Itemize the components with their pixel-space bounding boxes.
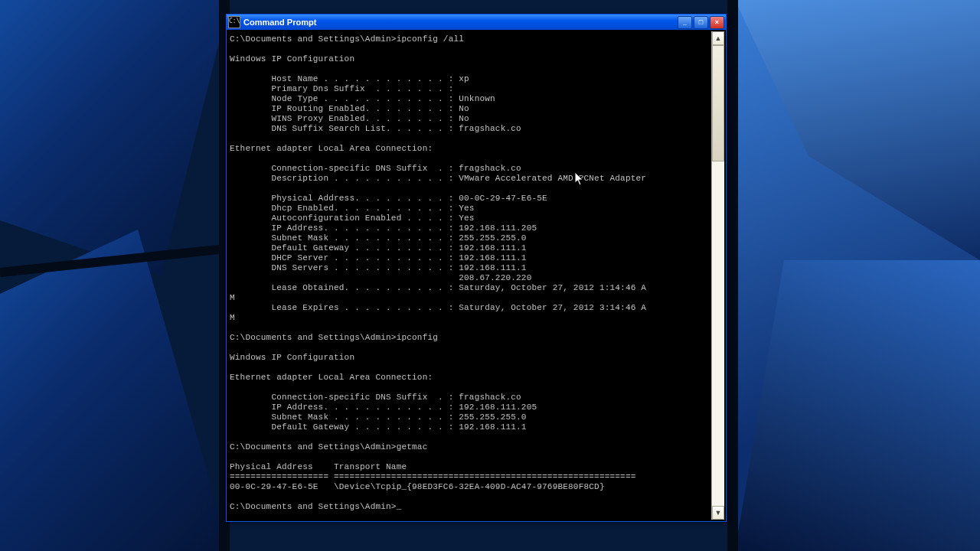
scroll-down-button[interactable]: ▼ [712,506,724,520]
vertical-scrollbar[interactable]: ▲ ▼ [711,31,724,520]
terminal-output[interactable]: C:\Documents and Settings\Admin>ipconfig… [228,31,711,520]
maximize-button[interactable]: □ [694,16,708,29]
scroll-thumb[interactable] [712,45,724,161]
minimize-button[interactable]: _ [678,16,692,29]
scroll-up-button[interactable]: ▲ [712,31,724,45]
command-prompt-window[interactable]: C:\ Command Prompt _ □ × C:\Documents an… [226,14,727,522]
desktop-wallpaper: C:\ Command Prompt _ □ × C:\Documents an… [0,0,980,551]
cmd-icon: C:\ [228,16,240,28]
window-title: Command Prompt [243,18,316,27]
scroll-track[interactable] [712,45,724,506]
terminal-cursor: _ [397,502,402,511]
titlebar[interactable]: C:\ Command Prompt _ □ × [227,15,726,30]
close-button[interactable]: × [710,16,724,29]
